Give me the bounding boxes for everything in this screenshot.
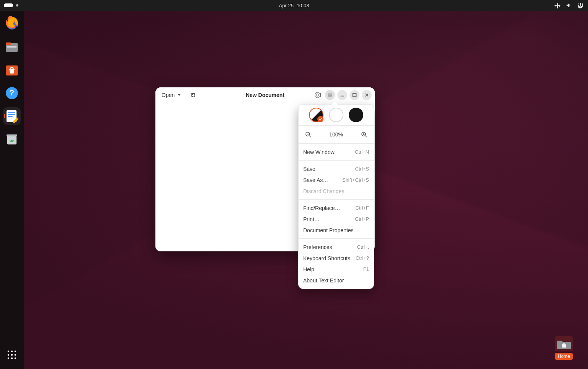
svg-point-17 (11, 354, 13, 356)
main-menu-popover: 100% New WindowCtrl+N SaveCtrl+S Save As… (298, 104, 374, 289)
dock-app-trash[interactable] (3, 130, 21, 148)
menu-about[interactable]: About Text Editor (302, 275, 371, 285)
check-icon (317, 116, 323, 122)
chevron-down-icon (177, 93, 181, 97)
dock-app-files[interactable] (3, 38, 21, 56)
separator (299, 125, 374, 126)
svg-rect-10 (8, 116, 13, 117)
time-label: 10:03 (297, 3, 309, 8)
menu-group-window: New WindowCtrl+N (302, 147, 371, 157)
activities-pill[interactable] (4, 3, 13, 7)
dock: ? (0, 11, 24, 369)
menu-group-file: SaveCtrl+S Save As…Shift+Ctrl+S Discard … (302, 164, 371, 196)
volume-icon[interactable] (566, 2, 572, 8)
workspace-dot[interactable] (16, 4, 18, 7)
headerbar: Open New Document (155, 87, 375, 103)
desktop-icon-label: Home (555, 353, 573, 360)
maximize-button[interactable] (350, 90, 359, 100)
network-icon[interactable] (554, 2, 560, 8)
svg-rect-23 (353, 93, 356, 97)
theme-system[interactable] (309, 108, 323, 122)
zoom-out-button[interactable] (302, 129, 314, 140)
menu-document-properties[interactable]: Document Properties (302, 225, 371, 235)
minimize-button[interactable] (337, 90, 347, 100)
menu-new-window[interactable]: New WindowCtrl+N (302, 147, 371, 157)
dock-app-help[interactable]: ? (3, 84, 21, 102)
zoom-value: 100% (329, 131, 343, 138)
document-settings-icon[interactable] (313, 90, 323, 100)
theme-light[interactable] (329, 108, 343, 122)
open-button[interactable]: Open (158, 90, 185, 100)
dock-app-text-editor[interactable] (3, 107, 21, 125)
svg-rect-2 (6, 43, 11, 45)
separator (299, 199, 374, 200)
svg-point-18 (15, 354, 16, 356)
svg-point-15 (15, 351, 16, 353)
top-panel: Apr 25 10:03 (0, 0, 588, 11)
svg-point-21 (15, 358, 16, 359)
date-label: Apr 25 (279, 3, 294, 8)
window-title: New Document (246, 92, 284, 98)
menu-preferences[interactable]: PreferencesCtrl+, (302, 242, 371, 252)
zoom-in-button[interactable] (358, 129, 370, 140)
separator (299, 160, 374, 161)
svg-rect-12 (7, 134, 17, 136)
dock-app-ubuntu-software[interactable] (3, 61, 21, 79)
svg-point-19 (8, 358, 10, 359)
svg-point-13 (8, 351, 10, 353)
open-button-label: Open (162, 92, 175, 98)
svg-rect-9 (8, 114, 15, 115)
svg-point-14 (11, 351, 13, 353)
power-icon[interactable] (577, 2, 583, 8)
home-folder-icon (555, 336, 573, 351)
menu-keyboard-shortcuts[interactable]: Keyboard ShortcutsCtrl+? (302, 253, 371, 263)
svg-point-16 (8, 354, 10, 356)
svg-line-25 (309, 136, 311, 137)
menu-group-app: PreferencesCtrl+, Keyboard ShortcutsCtrl… (302, 242, 371, 285)
separator (299, 238, 374, 239)
zoom-controls: 100% (302, 129, 371, 140)
theme-switcher (302, 108, 371, 122)
theme-dark[interactable] (349, 108, 363, 122)
menu-help[interactable]: HelpF1 (302, 264, 371, 274)
close-button[interactable] (362, 90, 372, 100)
menu-find-replace[interactable]: Find/Replace…Ctrl+F (302, 203, 371, 213)
menu-print[interactable]: Print…Ctrl+P (302, 214, 371, 224)
menu-save-as[interactable]: Save As…Shift+Ctrl+S (302, 175, 371, 185)
svg-rect-3 (7, 46, 17, 48)
show-applications[interactable] (3, 346, 21, 364)
menu-group-tools: Find/Replace…Ctrl+F Print…Ctrl+P Documen… (302, 203, 371, 235)
new-tab-button[interactable] (188, 90, 198, 100)
svg-rect-8 (8, 112, 15, 113)
clock[interactable]: Apr 25 10:03 (279, 3, 309, 8)
separator (299, 143, 374, 144)
svg-rect-22 (341, 96, 344, 97)
menu-save[interactable]: SaveCtrl+S (302, 164, 371, 174)
menu-discard-changes: Discard Changes (302, 186, 371, 196)
dock-app-firefox[interactable] (3, 15, 21, 33)
main-menu-button[interactable] (325, 90, 335, 100)
svg-point-20 (11, 358, 13, 359)
svg-line-28 (365, 136, 367, 137)
desktop-home-icon[interactable]: Home (554, 336, 574, 360)
svg-text:?: ? (10, 88, 15, 97)
